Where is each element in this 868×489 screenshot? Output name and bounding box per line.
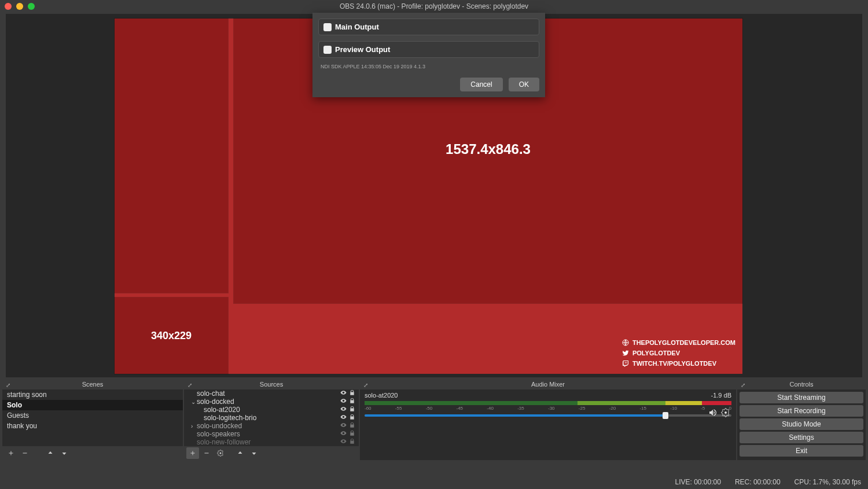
- canvas-region-webcam[interactable]: 340x229: [115, 297, 228, 374]
- audio-mixer-panel: ⤢ Audio Mixer solo-at2020 -1.9 dB -60-55…: [360, 379, 736, 460]
- twitch-icon: [622, 360, 629, 367]
- meter-tick: -55: [395, 406, 402, 411]
- preview-output-checkbox[interactable]: [323, 46, 332, 54]
- scenes-toolbar: [2, 446, 183, 460]
- status-rec: REC: 00:00:00: [735, 478, 781, 486]
- lock-icon[interactable]: [349, 406, 355, 414]
- visibility-icon[interactable]: [340, 414, 347, 422]
- controls-panel: ⤢ Controls Start StreamingStart Recordin…: [737, 379, 866, 460]
- preview-output-label: Preview Output: [335, 45, 390, 54]
- canvas-region-left-tall[interactable]: [115, 19, 228, 293]
- webcam-dimensions-label: 340x229: [151, 330, 192, 342]
- source-label: solo-new-follower: [197, 438, 340, 446]
- mixer-channel-name: solo-at2020: [365, 392, 398, 399]
- chevron-down-icon[interactable]: ⌄: [191, 399, 197, 405]
- source-item[interactable]: ›solo-undocked: [184, 422, 359, 430]
- undock-icon[interactable]: ⤢: [5, 380, 12, 387]
- lock-icon[interactable]: [349, 422, 355, 430]
- scene-item[interactable]: thank you: [2, 421, 183, 431]
- meter-tick: -50: [426, 406, 433, 411]
- source-label: solo-undocked: [197, 422, 340, 430]
- volume-slider[interactable]: [365, 414, 731, 417]
- source-item[interactable]: solo-new-follower: [184, 438, 359, 446]
- meter-tick: -45: [456, 406, 463, 411]
- meter-tick: -20: [609, 406, 616, 411]
- social-twitter: POLYGLOTDEV: [622, 350, 735, 356]
- settings-button[interactable]: Settings: [740, 432, 863, 443]
- source-item[interactable]: solo-at2020: [184, 406, 359, 414]
- add-scene-button[interactable]: [5, 447, 17, 459]
- main-output-row[interactable]: Main Output: [318, 19, 539, 35]
- cancel-button[interactable]: Cancel: [460, 78, 502, 91]
- mixer-title: Audio Mixer: [531, 381, 565, 388]
- visibility-icon[interactable]: [340, 406, 347, 414]
- social-twitch-text: TWITCH.TV/POLYGLOTDEV: [632, 360, 716, 367]
- move-scene-down-button[interactable]: [58, 447, 71, 459]
- sources-header[interactable]: ⤢ Sources: [184, 379, 359, 389]
- window-title: OBS 24.0.6 (mac) - Profile: polyglotdev …: [0, 2, 868, 10]
- lock-icon[interactable]: [349, 414, 355, 422]
- volume-fill: [365, 414, 665, 417]
- visibility-icon[interactable]: [340, 430, 347, 438]
- lock-icon[interactable]: [349, 430, 355, 438]
- social-twitter-text: POLYGLOTDEV: [632, 350, 680, 356]
- controls-header[interactable]: ⤢ Controls: [737, 379, 866, 389]
- ok-button[interactable]: OK: [509, 78, 539, 91]
- undock-icon[interactable]: ⤢: [740, 380, 746, 387]
- main-output-label: Main Output: [335, 23, 379, 31]
- svg-point-1: [220, 453, 222, 454]
- visibility-icon[interactable]: [340, 422, 347, 430]
- remove-scene-button[interactable]: [19, 447, 31, 459]
- move-scene-up-button[interactable]: [44, 447, 57, 459]
- remove-source-button[interactable]: [200, 447, 213, 459]
- meter-tick: -30: [548, 406, 555, 411]
- move-source-down-button[interactable]: [248, 447, 260, 459]
- scene-item[interactable]: Guests: [2, 410, 183, 421]
- mixer-settings-button[interactable]: [721, 408, 730, 419]
- exit-button[interactable]: Exit: [740, 445, 863, 457]
- scenes-header[interactable]: ⤢ Scenes: [2, 379, 183, 389]
- undock-icon[interactable]: ⤢: [362, 380, 369, 387]
- social-website: THEPOLYGLOTDEVELOPER.COM: [622, 339, 735, 346]
- volume-thumb[interactable]: [663, 412, 668, 419]
- scenes-list[interactable]: starting soonSoloGueststhank you: [2, 389, 183, 446]
- preview-output-row[interactable]: Preview Output: [318, 41, 539, 58]
- lock-icon[interactable]: [349, 398, 355, 406]
- meter-tick: -60: [365, 406, 372, 411]
- lock-icon[interactable]: [349, 389, 355, 398]
- undock-icon[interactable]: ⤢: [186, 380, 193, 387]
- controls-title: Controls: [790, 381, 814, 388]
- visibility-icon[interactable]: [340, 398, 347, 406]
- mute-button[interactable]: [708, 408, 718, 419]
- scene-item[interactable]: Solo: [2, 400, 183, 410]
- twitter-icon: [622, 350, 629, 356]
- visibility-icon[interactable]: [340, 389, 347, 398]
- mixer-header[interactable]: ⤢ Audio Mixer: [360, 379, 736, 389]
- source-label: solo-docked: [197, 398, 340, 406]
- source-item[interactable]: solo-chat: [184, 389, 359, 398]
- main-output-checkbox[interactable]: [323, 23, 332, 31]
- source-item[interactable]: solo-logitech-brio: [184, 414, 359, 422]
- meter-tick: -5: [701, 406, 705, 411]
- start-recording-button[interactable]: Start Recording: [740, 405, 863, 417]
- status-live: LIVE: 00:00:00: [675, 478, 720, 486]
- docked-panels: ⤢ Scenes starting soonSoloGueststhank yo…: [0, 379, 868, 460]
- start-streaming-button[interactable]: Start Streaming: [740, 392, 863, 403]
- move-source-up-button[interactable]: [234, 447, 247, 459]
- social-links-overlay: THEPOLYGLOTDEVELOPER.COM POLYGLOTDEV TWI…: [622, 339, 735, 367]
- chevron-right-icon[interactable]: ›: [191, 423, 197, 429]
- source-properties-button[interactable]: [214, 447, 227, 459]
- source-item[interactable]: ⌄solo-docked: [184, 398, 359, 406]
- sources-panel: ⤢ Sources solo-chat⌄solo-dockedsolo-at20…: [184, 379, 359, 460]
- mixer-body: solo-at2020 -1.9 dB -60-55-50-45-40-35-3…: [360, 389, 736, 460]
- scene-item[interactable]: starting soon: [2, 389, 183, 400]
- meter-tick: -10: [670, 406, 677, 411]
- meter-tick: -40: [487, 406, 494, 411]
- source-item[interactable]: solo-speakers: [184, 430, 359, 438]
- lock-icon[interactable]: [349, 438, 355, 446]
- sources-list[interactable]: solo-chat⌄solo-dockedsolo-at2020solo-log…: [184, 389, 359, 446]
- visibility-icon[interactable]: [340, 438, 347, 446]
- add-source-button[interactable]: [186, 447, 199, 459]
- studio-mode-button[interactable]: Studio Mode: [740, 418, 863, 430]
- main-dimensions-label: 1537.4x846.3: [446, 141, 531, 157]
